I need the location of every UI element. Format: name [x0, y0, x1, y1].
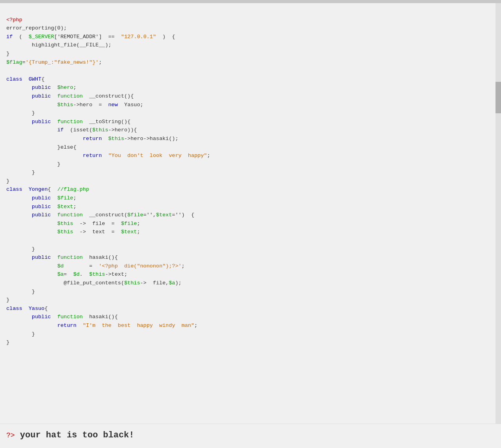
page-container: <?php error_reporting(0); if ( $_SERVER[… [0, 0, 501, 448]
scrollbar-thumb[interactable] [495, 82, 501, 113]
output-php-tag: ?> [6, 431, 15, 439]
output-text: your hat is too black! [20, 430, 134, 440]
output-area: ?> your hat is too black! [0, 424, 501, 448]
code-area[interactable]: <?php error_reporting(0); if ( $_SERVER[… [0, 3, 501, 424]
code-block: <?php error_reporting(0); if ( $_SERVER[… [6, 7, 495, 355]
output-line: ?> your hat is too black! [6, 430, 495, 440]
top-bar [0, 0, 501, 3]
scrollbar[interactable] [495, 3, 501, 424]
